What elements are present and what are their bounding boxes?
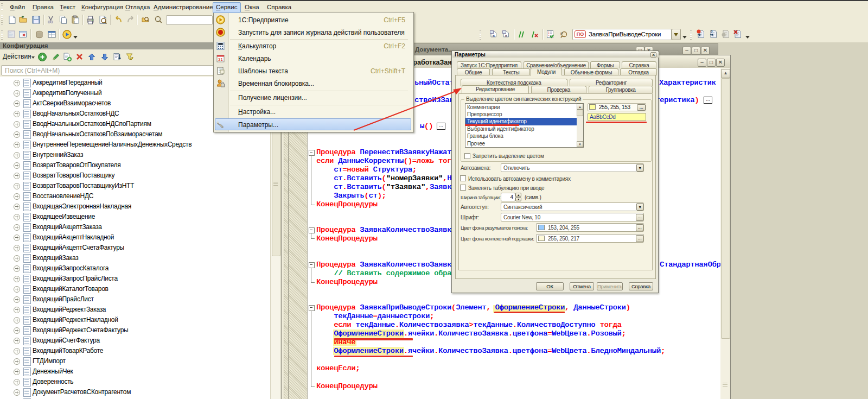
svg-text:P: P xyxy=(560,32,563,36)
svg-text:B: B xyxy=(505,34,507,37)
svg-text:B: B xyxy=(493,34,495,37)
svg-text:31: 31 xyxy=(218,57,223,62)
svg-text:?: ? xyxy=(710,29,713,34)
